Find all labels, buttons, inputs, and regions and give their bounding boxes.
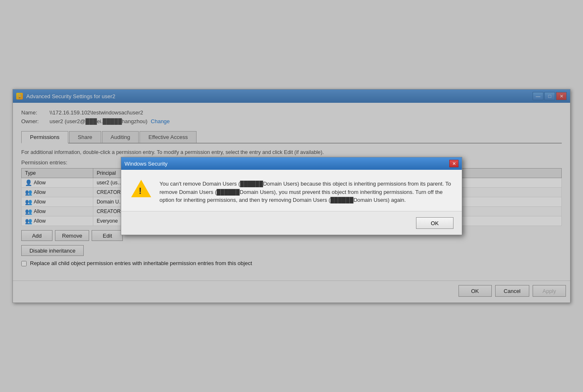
dialog-title-bar: Windows Security ✕ xyxy=(121,157,462,170)
dialog-footer: OK xyxy=(121,211,462,235)
dialog-message: You can't remove Domain Users (██████Dom… xyxy=(159,180,452,204)
dialog-ok-button[interactable]: OK xyxy=(416,217,453,229)
warning-icon xyxy=(131,180,151,200)
dialog-content: You can't remove Domain Users (██████Dom… xyxy=(121,170,462,211)
warning-triangle xyxy=(131,180,151,197)
dialog-title: Windows Security xyxy=(125,161,167,167)
main-window: 🔒 Advanced Security Settings for user2 —… xyxy=(12,89,571,303)
security-dialog: Windows Security ✕ You can't remove Doma… xyxy=(121,157,462,235)
dialog-overlay: Windows Security ✕ You can't remove Doma… xyxy=(13,89,570,303)
dialog-close-button[interactable]: ✕ xyxy=(449,160,458,167)
